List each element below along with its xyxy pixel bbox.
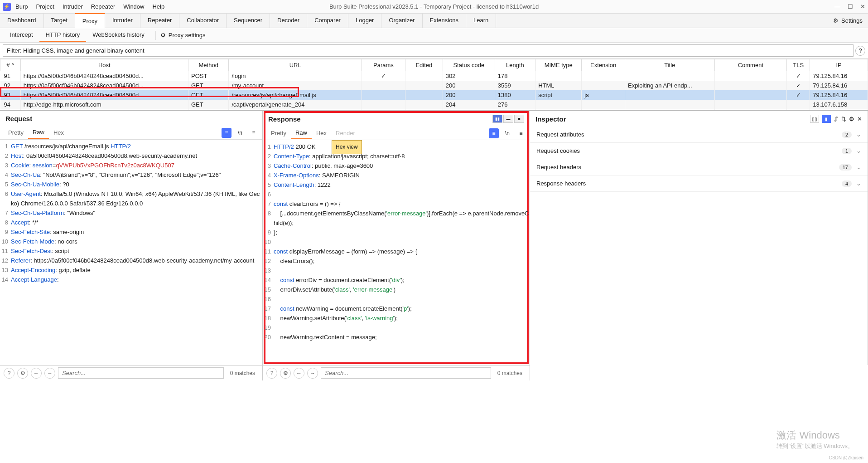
filter-bar: Filter: Hiding CSS, image and general bi… [0, 43, 868, 59]
column-header[interactable]: Method [188, 59, 229, 71]
table-row[interactable]: 93https://0a5f00cf046b04248248cead004500… [0, 90, 868, 100]
view-tab-hex[interactable]: Hex [312, 127, 331, 139]
column-header[interactable]: Extension [582, 59, 625, 71]
close-icon[interactable]: ✕ [860, 3, 865, 10]
hamburger-icon[interactable]: ≡ [516, 128, 526, 138]
column-header[interactable]: Params [362, 59, 405, 71]
tab-comparer[interactable]: Comparer [307, 13, 348, 28]
column-header[interactable]: # ^ [0, 59, 21, 71]
subtab-http-history[interactable]: HTTP history [39, 29, 87, 42]
next-icon[interactable]: → [44, 368, 55, 379]
view-tab-hex[interactable]: Hex [49, 127, 68, 138]
subtab-websockets-history[interactable]: WebSockets history [86, 29, 151, 42]
table-row[interactable]: 91https://0a5f00cf046b04248248cead004500… [0, 71, 868, 81]
column-header[interactable]: Length [495, 59, 535, 71]
prev-icon[interactable]: ← [31, 368, 42, 379]
help-icon[interactable]: ? [4, 368, 14, 379]
next-icon[interactable]: → [307, 368, 318, 379]
table-row[interactable]: 94http://edge-http.microsoft.comGET/capt… [0, 100, 868, 109]
collapse-icon[interactable]: ⇵ [834, 116, 839, 122]
layout-icon-active[interactable]: ▮ [822, 115, 831, 123]
table-row[interactable]: 92https://0a5f00cf046b04248248cead004500… [0, 81, 868, 90]
tab-organizer[interactable]: Organizer [381, 13, 422, 28]
tab-decoder[interactable]: Decoder [270, 13, 307, 28]
chevron-down-icon: ⌄ [856, 131, 861, 138]
inspector-section[interactable]: Response headers4⌄ [530, 175, 868, 192]
help-icon[interactable]: ? [855, 46, 865, 56]
chevron-down-icon: ⌄ [856, 164, 861, 171]
hamburger-icon[interactable]: ≡ [249, 128, 259, 138]
help-icon[interactable]: ? [266, 368, 277, 379]
inspector-section[interactable]: Request cookies1⌄ [530, 143, 868, 159]
maximize-icon[interactable]: ☐ [848, 3, 853, 10]
settings-link[interactable]: Settings [841, 17, 863, 24]
menu-repeater[interactable]: Repeater [91, 3, 115, 10]
inspector-title: Inspector [535, 115, 566, 123]
menu-burp[interactable]: Burp [15, 3, 28, 10]
subtab-intercept[interactable]: Intercept [4, 29, 39, 42]
layout-columns-icon[interactable]: ▮▮ [492, 115, 502, 123]
chevron-down-icon: ⌄ [856, 147, 861, 154]
menu-intruder[interactable]: Intruder [63, 3, 83, 10]
view-tab-raw[interactable]: Raw [28, 127, 49, 139]
response-editor[interactable]: Hex view 1HTTP/2 200 OK2Content-Type: ap… [263, 140, 530, 365]
layout-icon[interactable]: ▯▯ [810, 115, 819, 123]
expand-icon[interactable]: ⇅ [841, 116, 846, 122]
minimize-icon[interactable]: — [834, 3, 840, 10]
actions-icon[interactable]: ≡ [222, 128, 231, 138]
view-tab-pretty[interactable]: Pretty [266, 127, 291, 139]
search-input[interactable] [321, 367, 491, 379]
windows-activation-watermark: 激活 Windows 转到"设置"以激活 Windows。 [776, 429, 854, 450]
tab-repeater[interactable]: Repeater [140, 13, 179, 28]
actions-icon[interactable]: ≡ [489, 128, 499, 138]
column-header[interactable]: IP [810, 59, 868, 71]
layout-rows-icon[interactable]: ▬ [503, 115, 513, 123]
proxy-settings-link[interactable]: Proxy settings [169, 32, 206, 39]
search-input[interactable] [58, 367, 224, 379]
column-header[interactable]: Host [20, 59, 188, 71]
column-header[interactable]: Comment [714, 59, 787, 71]
match-count: 0 matches [494, 370, 526, 376]
view-tab-pretty[interactable]: Pretty [4, 127, 28, 138]
main-tabs: DashboardTargetProxyIntruderRepeaterColl… [0, 14, 868, 28]
column-header[interactable]: TLS [787, 59, 810, 71]
column-header[interactable]: Edited [405, 59, 443, 71]
filter-input[interactable]: Filter: Hiding CSS, image and general bi… [3, 44, 854, 57]
menu-help[interactable]: Help [152, 3, 164, 10]
request-title: Request [5, 115, 32, 122]
prev-icon[interactable]: ← [294, 368, 304, 379]
menu-window[interactable]: Window [123, 3, 144, 10]
close-icon[interactable]: ✕ [857, 116, 862, 122]
layout-single-icon[interactable]: ■ [514, 115, 524, 123]
gear-icon[interactable]: ⚙ [849, 116, 854, 122]
request-panel: Request PrettyRawHex ≡ \n ≡ 1GET /resour… [0, 111, 263, 365]
column-header[interactable]: MIME type [535, 59, 582, 71]
tab-dashboard[interactable]: Dashboard [0, 13, 44, 28]
gear-icon[interactable]: ⚙ [280, 368, 291, 379]
gear-icon[interactable]: ⚙ [17, 368, 28, 379]
chevron-down-icon: ⌄ [856, 180, 861, 187]
inspector-section[interactable]: Request headers17⌄ [530, 159, 868, 175]
tab-collaborator[interactable]: Collaborator [179, 13, 227, 28]
tab-intruder[interactable]: Intruder [105, 13, 140, 28]
column-header[interactable]: URL [229, 59, 362, 71]
response-search-bar: ? ⚙ ← → 0 matches [263, 365, 530, 380]
newline-icon[interactable]: \n [502, 128, 512, 138]
inspector-section[interactable]: Request attributes2⌄ [530, 127, 868, 143]
tab-proxy[interactable]: Proxy [75, 13, 105, 29]
response-panel: Response ▮▮ ▬ ■ PrettyRawHexRender ≡ \n … [263, 111, 530, 365]
view-tab-raw[interactable]: Raw [291, 127, 312, 139]
column-header[interactable]: Status code [443, 59, 495, 71]
gear-icon[interactable]: ⚙ [833, 17, 839, 24]
tab-learn[interactable]: Learn [466, 13, 496, 28]
tab-logger[interactable]: Logger [348, 13, 381, 28]
tab-target[interactable]: Target [44, 13, 75, 28]
tab-extensions[interactable]: Extensions [423, 13, 467, 28]
menu-project[interactable]: Project [36, 3, 54, 10]
newline-icon[interactable]: \n [235, 128, 245, 138]
window-title: Burp Suite Professional v2023.5.1 - Temp… [329, 3, 539, 10]
column-header[interactable]: Title [625, 59, 714, 71]
tab-sequencer[interactable]: Sequencer [227, 13, 270, 28]
request-editor[interactable]: 1GET /resources/js/api/changeEmail.js HT… [0, 140, 262, 365]
match-count: 0 matches [227, 370, 259, 376]
